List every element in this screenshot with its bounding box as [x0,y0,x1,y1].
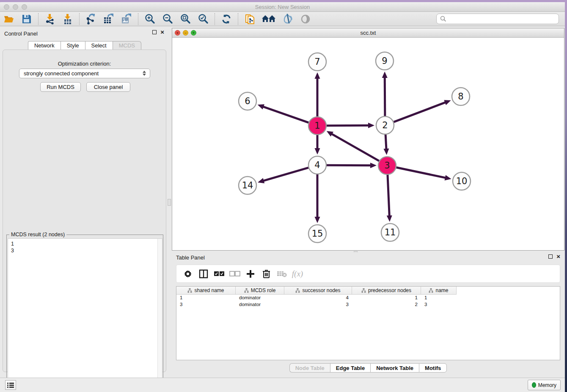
graph-edge-arrow-3-11 [387,215,392,222]
table-cell[interactable]: 3 [284,301,352,308]
table-cell[interactable]: 1 [352,295,421,301]
graph-edge-3-10[interactable] [396,168,446,178]
import-table-icon[interactable] [62,13,74,25]
function-builder-icon: f(x) [291,268,304,279]
table-row[interactable]: 1dominator411 [176,295,560,301]
desktop-edge-right [565,0,567,392]
network-window-titlebar[interactable]: × − + scc.txt [172,28,564,38]
status-bar: Memory [0,378,565,392]
refresh-icon[interactable] [220,13,232,25]
search-input[interactable] [449,16,555,22]
tab-motifs[interactable]: Motifs [419,363,447,373]
graph-node-label-8: 8 [458,91,463,102]
table-tabs: Node Table Edge Table Network Table Moti… [172,363,564,373]
tab-network[interactable]: Network [28,41,61,50]
save-session-icon[interactable] [21,13,33,25]
graph-edge-2-3[interactable] [385,135,386,150]
zoom-out-icon[interactable] [162,13,173,25]
column-header-shared-name[interactable]: shared name [176,287,236,295]
memory-button[interactable]: Memory [528,380,561,390]
export-table-icon[interactable] [103,13,115,25]
mcds-result-scrollbar[interactable] [157,239,162,392]
network-canvas[interactable]: 7968124314101511 [172,38,564,250]
table-panel-close-icon[interactable]: × [556,254,560,259]
graph-edge-arrow-1-2 [368,123,374,128]
graph-node-label-4: 4 [314,160,320,170]
table-cell[interactable]: dominator [236,301,284,308]
control-panel-float-icon[interactable] [152,30,157,34]
column-header-MCDS-role[interactable]: MCDS role [236,287,284,295]
close-panel-button[interactable]: Close panel [86,82,130,92]
table-cell[interactable]: 3 [421,301,457,308]
tab-edge-table[interactable]: Edge Table [330,363,370,373]
table-cell[interactable]: 2 [352,301,421,308]
deselect-all-icon[interactable] [228,268,241,279]
export-image-icon[interactable] [121,13,132,25]
zoom-fit-icon[interactable] [179,13,191,25]
column-header-name[interactable]: name [421,287,457,295]
run-mcds-button[interactable]: Run MCDS [40,82,81,92]
select-all-icon[interactable] [213,268,226,279]
graph-node-label-1: 1 [314,121,320,131]
graph-node-label-3: 3 [384,160,390,171]
select-stepper-icon [143,71,146,76]
home-layout-icon[interactable] [261,13,276,25]
optimization-criterion-value: strongly connected component [24,70,99,77]
column-header-predecessor-nodes[interactable]: predecessor nodes [352,287,421,295]
graph-edge-arrow-2-9 [382,72,388,78]
graph-edge-arrow-1-7 [315,72,320,79]
graph-edge-2-9[interactable] [385,77,385,116]
graph-edge-4-14[interactable] [263,168,308,181]
task-history-button[interactable] [5,380,16,390]
table-settings-gear-icon[interactable] [182,268,194,279]
tab-node-table[interactable]: Node Table [289,363,330,373]
add-column-icon[interactable] [244,268,257,279]
control-panel: Control Panel × Network Style Select MCD… [0,26,169,378]
graph-edge-3-1[interactable] [331,133,379,161]
window-title: Session: New Session [0,4,565,10]
control-panel-title: Control Panel [4,30,38,37]
eye-icon[interactable] [300,13,311,25]
zoom-selected-icon[interactable] [197,13,209,25]
open-file-icon[interactable] [3,13,15,25]
table-row[interactable]: 3dominator323 [176,301,560,308]
graph-node-label-7: 7 [314,57,320,67]
import-network-icon[interactable] [44,13,56,25]
export-network-icon[interactable] [85,13,97,25]
mcds-result-textarea[interactable]: 1 3 [8,238,162,392]
vertical-splitter-handle[interactable] [168,199,171,206]
graph-edge-2-8[interactable] [394,102,446,122]
style-brush-icon[interactable] [282,13,294,25]
tab-mcds[interactable]: MCDS [113,41,141,50]
control-panel-close-icon[interactable]: × [160,30,164,34]
mcds-result-text: 1 3 [8,239,157,392]
table-panel-float-icon[interactable] [548,254,553,259]
table-cell[interactable]: 1 [176,295,236,301]
column-header-successor-nodes[interactable]: successor nodes [284,287,352,295]
search-field[interactable] [436,14,559,24]
memory-label: Memory [538,382,556,388]
graph-node-label-9: 9 [382,56,387,66]
show-columns-icon[interactable] [197,268,210,279]
tab-select[interactable]: Select [85,41,113,50]
graph-edge-1-6[interactable] [262,106,308,122]
hierarchy-icon [187,288,192,293]
table-cell[interactable]: 1 [421,295,457,301]
tab-network-table[interactable]: Network Table [370,363,419,373]
table-cell[interactable]: dominator [236,295,284,301]
optimization-criterion-select[interactable]: strongly connected component [19,69,150,78]
delete-column-icon[interactable] [260,268,272,279]
table-cell[interactable]: 4 [284,295,352,301]
graph-edge-1-2[interactable] [327,125,369,126]
tab-style[interactable]: Style [61,41,85,50]
graph-edge-arrow-3-10 [445,175,451,180]
graph-edge-4-3[interactable] [327,165,372,166]
duplicate-network-icon[interactable] [244,13,256,25]
zoom-in-icon[interactable] [144,13,156,25]
table-cell[interactable]: 3 [176,301,236,308]
control-panel-tabs: Network Style Select MCDS [0,41,169,50]
list-icon [7,382,14,388]
hierarchy-icon [429,288,433,293]
app-window: Session: New Session [0,0,567,392]
graph-edge-3-11[interactable] [388,175,389,217]
